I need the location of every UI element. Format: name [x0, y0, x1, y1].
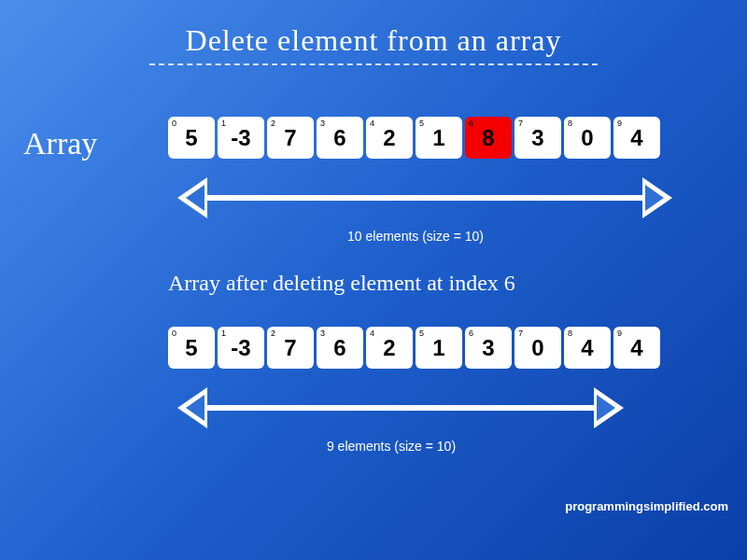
cell-index: 4: [370, 119, 374, 128]
cell-index: 2: [271, 119, 275, 128]
array-cell: 42: [366, 327, 413, 369]
array-cell: 94: [613, 327, 660, 369]
array-cell: 68: [465, 117, 512, 159]
arrow-left-icon: [177, 387, 207, 428]
arrow-right-icon: [642, 177, 672, 218]
cell-index: 6: [469, 119, 473, 128]
cell-value: 2: [383, 125, 395, 151]
credit: programmingsimplified.com: [565, 499, 728, 513]
array-cell: 84: [564, 327, 611, 369]
cell-index: 3: [320, 119, 325, 128]
arrow-left-icon: [177, 177, 207, 218]
cell-index: 4: [370, 329, 374, 338]
array-cell: 36: [317, 327, 363, 369]
cell-index: 7: [518, 119, 523, 128]
cell-value: 8: [482, 125, 494, 151]
array-cell: 51: [416, 117, 462, 159]
array-cell: 42: [366, 117, 413, 159]
cell-value: 5: [185, 125, 197, 151]
cell-value: 7: [284, 335, 296, 361]
cell-index: 8: [568, 329, 572, 338]
array-before: 051-32736425168738094: [168, 117, 660, 159]
caption-before: 10 elements (size = 10): [168, 229, 663, 244]
array-label: Array: [23, 126, 97, 161]
cell-value: -3: [231, 125, 250, 151]
cell-index: 9: [617, 119, 622, 128]
cell-index: 0: [172, 119, 176, 128]
array-cell: 63: [465, 327, 512, 369]
cell-value: 4: [581, 335, 593, 361]
cell-value: -3: [231, 335, 250, 361]
subtitle: Array after deleting element at index 6: [168, 271, 515, 296]
cell-value: 5: [185, 335, 197, 361]
array-cell: 27: [267, 327, 314, 369]
array-cell: 05: [168, 327, 215, 369]
cell-value: 6: [333, 125, 345, 151]
size-arrow-after: [177, 387, 624, 428]
cell-value: 0: [531, 335, 543, 361]
cell-value: 0: [581, 125, 593, 151]
cell-index: 5: [419, 119, 424, 128]
cell-index: 8: [568, 119, 572, 128]
title-underline: [149, 63, 598, 65]
cell-index: 7: [518, 329, 523, 338]
arrow-right-icon: [594, 387, 624, 428]
cell-value: 4: [630, 125, 642, 151]
array-cell: 73: [514, 117, 561, 159]
arrow-line: [207, 195, 642, 201]
cell-value: 3: [531, 125, 543, 151]
array-cell: 36: [317, 117, 363, 159]
cell-value: 1: [432, 335, 444, 361]
cell-index: 3: [320, 329, 325, 338]
cell-value: 1: [432, 125, 444, 151]
cell-value: 4: [630, 335, 642, 361]
array-cell: 27: [267, 117, 314, 159]
arrow-line: [207, 405, 594, 411]
cell-index: 1: [221, 119, 226, 128]
array-cell: 80: [564, 117, 611, 159]
cell-index: 6: [469, 329, 473, 338]
array-after: 051-32736425163708494: [168, 327, 660, 369]
size-arrow-before: [177, 177, 672, 218]
cell-value: 6: [333, 335, 345, 361]
cell-index: 2: [271, 329, 275, 338]
cell-value: 3: [482, 335, 494, 361]
cell-index: 5: [419, 329, 424, 338]
cell-index: 0: [172, 329, 176, 338]
array-cell: 94: [613, 117, 660, 159]
caption-after: 9 elements (size = 10): [168, 439, 614, 454]
page-title: Delete element from an array: [0, 23, 747, 58]
array-cell: 05: [168, 117, 215, 159]
cell-value: 2: [383, 335, 395, 361]
cell-index: 9: [617, 329, 622, 338]
cell-value: 7: [284, 125, 296, 151]
array-cell: 1-3: [218, 327, 264, 369]
array-cell: 70: [514, 327, 561, 369]
array-cell: 1-3: [218, 117, 264, 159]
array-cell: 51: [416, 327, 462, 369]
cell-index: 1: [221, 329, 226, 338]
